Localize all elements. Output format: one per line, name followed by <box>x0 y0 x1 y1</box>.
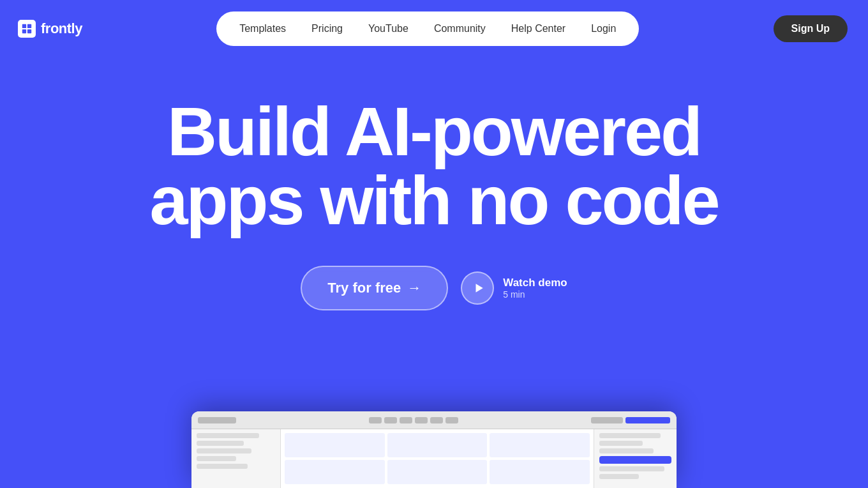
try-btn-label: Try for free <box>327 280 401 296</box>
toolbar-pill-1 <box>198 417 236 423</box>
toolbar-pill-4 <box>400 417 412 423</box>
hero-section: Build AI-powered apps with no code Try f… <box>0 46 868 310</box>
signup-button[interactable]: Sign Up <box>774 15 848 42</box>
header: frontly Templates Pricing YouTube Commun… <box>0 0 868 46</box>
hero-cta: Try for free → Watch demo 5 min <box>301 266 567 310</box>
mockup-main <box>281 429 594 488</box>
watch-demo-duration: 5 min <box>503 289 567 300</box>
hero-title-line2: apps with no code <box>149 162 718 239</box>
right-row-3 <box>599 448 654 454</box>
hero-title-line1: Build AI-powered <box>167 93 701 170</box>
mockup-cell-3 <box>490 433 590 457</box>
sidebar-row-4 <box>197 456 236 461</box>
svg-marker-4 <box>475 284 483 293</box>
page-wrapper: frontly Templates Pricing YouTube Commun… <box>0 0 868 488</box>
mockup-toolbar <box>191 411 677 429</box>
mockup-right-panel <box>594 429 677 488</box>
mockup-cell-1 <box>285 433 385 457</box>
svg-rect-1 <box>27 24 31 28</box>
brand-name: frontly <box>41 20 82 37</box>
right-row-2 <box>599 441 643 446</box>
sidebar-row-3 <box>197 448 251 454</box>
nav-item-help-center[interactable]: Help Center <box>500 18 577 40</box>
sidebar-row-5 <box>197 464 248 469</box>
sidebar-row-2 <box>197 441 244 446</box>
toolbar-pill-3 <box>384 417 397 423</box>
sidebar-row-1 <box>197 433 259 438</box>
toolbar-pill-2 <box>369 417 382 423</box>
svg-rect-0 <box>22 24 26 28</box>
mockup-cell-2 <box>387 433 488 457</box>
mockup-cell-5 <box>387 460 488 484</box>
svg-rect-2 <box>22 29 26 33</box>
nav-item-youtube[interactable]: YouTube <box>357 18 420 40</box>
try-btn-arrow: → <box>407 280 421 296</box>
toolbar-pill-8 <box>591 417 623 423</box>
logo[interactable]: frontly <box>18 20 82 38</box>
main-nav: Templates Pricing YouTube Community Help… <box>216 11 639 46</box>
app-screenshot <box>191 411 677 488</box>
nav-item-community[interactable]: Community <box>423 18 497 40</box>
toolbar-pill-5 <box>415 417 428 423</box>
toolbar-pill-7 <box>445 417 458 423</box>
watch-demo[interactable]: Watch demo 5 min <box>461 271 567 305</box>
watch-demo-label: Watch demo <box>503 277 567 289</box>
right-row-4 <box>599 466 664 471</box>
logo-svg <box>21 23 33 34</box>
screenshot-mockup <box>191 411 677 488</box>
play-button[interactable] <box>461 271 494 305</box>
mockup-cell-4 <box>285 460 385 484</box>
right-row-5 <box>599 474 639 479</box>
mockup-cell-6 <box>490 460 590 484</box>
toolbar-pill-6 <box>430 417 443 423</box>
nav-item-templates[interactable]: Templates <box>228 18 297 40</box>
toolbar-pill-9 <box>625 417 670 423</box>
svg-rect-3 <box>27 29 31 33</box>
logo-icon <box>18 20 36 38</box>
play-icon <box>473 282 484 294</box>
mockup-sidebar <box>191 429 281 488</box>
watch-demo-text: Watch demo 5 min <box>503 277 567 300</box>
right-row-1 <box>599 433 661 438</box>
try-for-free-button[interactable]: Try for free → <box>301 266 448 310</box>
right-btn-1 <box>599 456 671 464</box>
hero-title: Build AI-powered apps with no code <box>149 97 718 235</box>
mockup-body <box>191 429 677 488</box>
nav-item-pricing[interactable]: Pricing <box>300 18 354 40</box>
nav-item-login[interactable]: Login <box>580 18 627 40</box>
